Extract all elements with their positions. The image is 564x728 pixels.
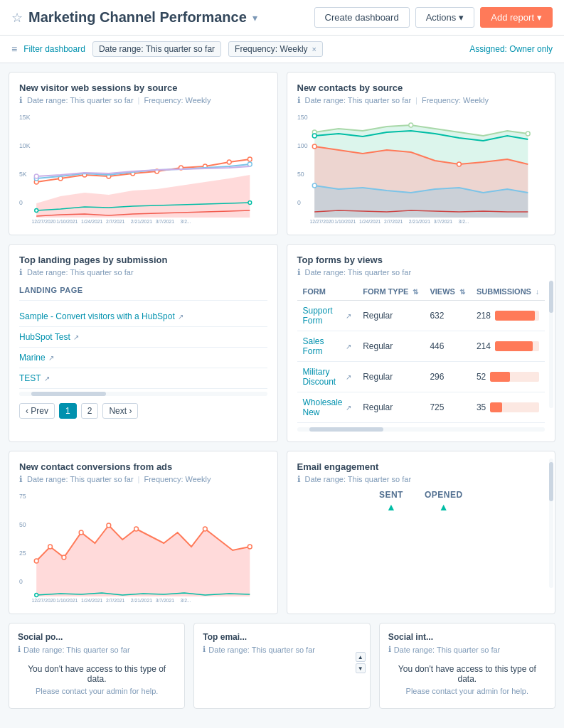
actions-button[interactable]: Actions ▾ [415, 7, 475, 28]
views-cell: 632 [424, 301, 471, 331]
sort-icon: ⇅ [413, 288, 418, 296]
page-1-button[interactable]: 1 [59, 403, 77, 419]
star-icon[interactable]: ☆ [11, 10, 23, 26]
svg-text:3/7/2021: 3/7/2021 [156, 598, 174, 603]
header-title-section: ☆ Marketing Channel Performance ▾ [11, 9, 307, 26]
prev-page-button[interactable]: ‹ Prev [19, 403, 55, 419]
list-item[interactable]: Sample - Convert visitors with a HubSpot… [19, 306, 267, 327]
add-report-button[interactable]: Add report ▾ [480, 7, 553, 28]
svg-text:15K: 15K [19, 114, 31, 121]
new-contacts-card: New contacts by source ℹ Date range: Thi… [287, 72, 556, 235]
form-link[interactable]: Wholesale New ↗ [303, 397, 352, 417]
contact-admin-message-2: Please contact your admin for help. [388, 687, 546, 695]
svg-text:150: 150 [297, 114, 308, 121]
landing-item-label: HubSpot Test [19, 332, 70, 342]
forms-v-scrollbar-thumb [549, 281, 553, 313]
visitor-sessions-subtitle: ℹ Date range: This quarter so far | Freq… [19, 95, 267, 105]
external-link-icon: ↗ [346, 343, 351, 350]
frequency-label: Frequency: Weekly [235, 44, 308, 54]
svg-point-56 [79, 530, 83, 535]
sent-metric: SENT ▲ [379, 490, 403, 513]
svg-text:2/21/2021: 2/21/2021 [408, 219, 430, 224]
svg-point-53 [34, 559, 38, 563]
conversions-date-range: Date range: This quarter so far [27, 475, 134, 483]
social-posts-title: Social po... [18, 632, 176, 642]
list-item[interactable]: TEST ↗ [19, 368, 267, 389]
form-type-col-header[interactable]: FORM TYPE ⇅ [357, 283, 424, 301]
svg-text:50: 50 [19, 521, 26, 528]
submission-count: 218 [477, 311, 491, 321]
svg-text:12/27/2020: 12/27/2020 [31, 219, 55, 224]
filter-bar: ≡ Filter dashboard Date range: This quar… [0, 36, 564, 63]
svg-text:12/27/2020: 12/27/2020 [31, 598, 55, 603]
table-row: Sales Form ↗ Regular 446 214 [297, 331, 546, 362]
email-scroll-controls: ▲ ▼ [356, 652, 366, 673]
date-range-tag[interactable]: Date range: This quarter so far [92, 41, 221, 57]
scroll-up-button[interactable]: ▲ [356, 652, 366, 662]
filter-menu-icon: ≡ [11, 43, 17, 55]
bottom-row: New contact conversions from ads ℹ Date … [0, 451, 564, 623]
email-engagement-card: Email engagement ℹ Date range: This quar… [287, 451, 556, 614]
social-interactions-body: You don't have access to this type of da… [388, 660, 546, 700]
forms-table-wrapper[interactable]: FORM FORM TYPE ⇅ VIEWS ⇅ SUBMISSIONS ↓ S… [297, 283, 546, 423]
landing-scroll-area[interactable]: LANDING PAGE Sample - Convert visitors w… [19, 283, 267, 389]
views-cell: 296 [424, 362, 471, 392]
info-icon-7: ℹ [18, 645, 21, 654]
list-item[interactable]: HubSpot Test ↗ [19, 327, 267, 348]
filter-dashboard-button[interactable]: ≡ Filter dashboard [11, 43, 85, 55]
svg-text:1/10/2021: 1/10/2021 [56, 219, 78, 224]
form-type-cell: Regular [357, 301, 424, 331]
assigned-value[interactable]: Owner only [509, 44, 553, 54]
submission-count: 35 [477, 402, 486, 412]
submissions-col-header[interactable]: SUBMISSIONS ↓ [471, 283, 545, 301]
svg-text:75: 75 [19, 493, 26, 500]
external-link-icon: ↗ [346, 312, 351, 320]
prev-label: Prev [31, 406, 48, 416]
svg-text:0: 0 [19, 199, 23, 206]
views-col-header[interactable]: VIEWS ⇅ [424, 283, 471, 301]
svg-point-18 [35, 209, 38, 213]
top-email-title: Top emai... [203, 632, 361, 642]
form-link[interactable]: Military Discount ↗ [303, 367, 352, 387]
form-link[interactable]: Sales Form ↗ [303, 336, 352, 356]
form-name-cell: Sales Form ↗ [297, 331, 358, 362]
mini-cards-row: Social po... ℹ Date range: This quarter … [0, 623, 564, 717]
forms-h-scrollbar[interactable] [297, 427, 546, 432]
submissions-cell: 218 [471, 301, 545, 331]
create-dashboard-button[interactable]: Create dashboard [314, 7, 410, 28]
add-report-label: Add report [491, 12, 534, 23]
submission-bar-fill [490, 372, 509, 382]
horizontal-scrollbar[interactable] [19, 392, 267, 396]
info-icon-9: ℹ [388, 645, 391, 654]
social-posts-body: You don't have access to this type of da… [18, 660, 176, 700]
list-item[interactable]: Marine ↗ [19, 348, 267, 368]
svg-text:2/7/2021: 2/7/2021 [383, 219, 402, 224]
info-icon-5: ℹ [19, 474, 23, 484]
pagination: ‹ Prev 1 2 Next › [19, 403, 267, 419]
svg-point-54 [48, 545, 53, 549]
form-link[interactable]: Support Form ↗ [303, 306, 352, 326]
next-page-button[interactable]: Next › [102, 403, 138, 419]
svg-text:25: 25 [19, 550, 26, 557]
next-label: Next [109, 406, 127, 416]
form-name-cell: Military Discount ↗ [297, 362, 358, 392]
next-arrow-icon: › [129, 406, 132, 416]
forms-v-scrollbar[interactable] [549, 280, 553, 408]
social-int-date-range: Date range: This quarter so far [394, 646, 501, 654]
svg-point-34 [408, 123, 413, 127]
frequency-close-icon[interactable]: × [312, 45, 316, 53]
form-type-cell: Regular [357, 331, 424, 362]
title-chevron-icon[interactable]: ▾ [252, 12, 257, 23]
email-v-scrollbar[interactable] [549, 459, 553, 588]
page-2-button[interactable]: 2 [81, 403, 99, 419]
top-forms-subtitle: ℹ Date range: This quarter so far [297, 267, 546, 277]
external-link-icon: ↗ [73, 333, 79, 341]
landing-pages-card: Top landing pages by submission ℹ Date r… [9, 244, 278, 442]
submissions-cell: 52 [471, 362, 545, 392]
scroll-down-button[interactable]: ▼ [356, 663, 366, 673]
frequency-tag[interactable]: Frequency: Weekly × [228, 41, 323, 57]
submission-bar [490, 402, 539, 412]
sort-icon-3: ↓ [536, 288, 539, 296]
external-link-icon: ↗ [346, 404, 351, 412]
form-name-cell: Support Form ↗ [297, 301, 358, 331]
